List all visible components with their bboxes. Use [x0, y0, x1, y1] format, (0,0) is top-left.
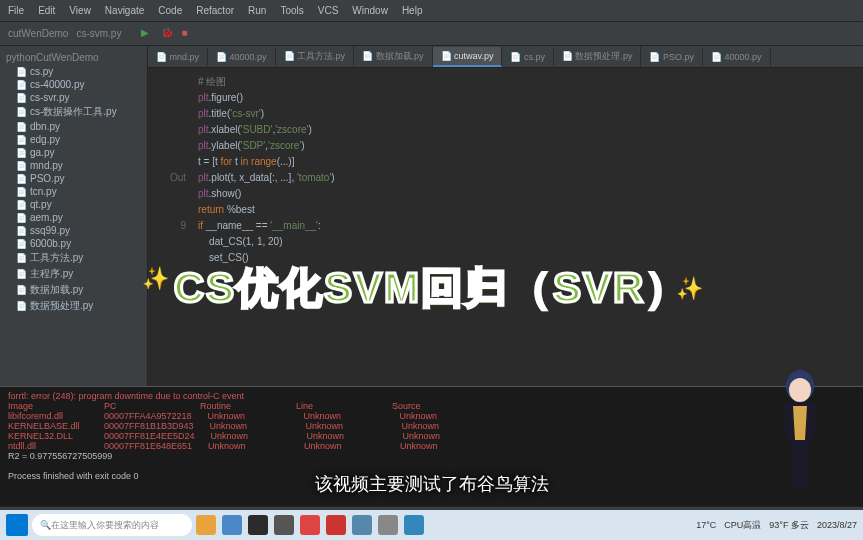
tray-cpu[interactable]: CPU高温 — [724, 519, 761, 532]
console-exit: Process finished with exit code 0 — [8, 471, 855, 481]
editor-tab[interactable]: 📄 cutwav.py — [433, 47, 503, 67]
code-line[interactable]: set_CS() — [148, 250, 863, 266]
project-file[interactable]: 6000b.py — [2, 237, 145, 250]
taskbar-app-3[interactable] — [248, 515, 268, 535]
menu-refactor[interactable]: Refactor — [196, 5, 234, 16]
editor-tab[interactable]: 📄 数据加载.py — [354, 46, 433, 67]
project-file[interactable]: PSO.py — [2, 172, 145, 185]
stop-icon[interactable]: ■ — [181, 27, 195, 41]
search-icon: 🔍 — [40, 520, 51, 530]
editor-tab[interactable]: 📄 mnd.py — [148, 48, 208, 66]
taskbar-app-8[interactable] — [378, 515, 398, 535]
code-line[interactable]: plt.figure() — [148, 90, 863, 106]
code-line[interactable]: return %best — [148, 202, 863, 218]
menu-vcs[interactable]: VCS — [318, 5, 339, 16]
code-line[interactable]: plt.ylabel('SDP','zscore') — [148, 138, 863, 154]
editor-tab[interactable]: 📄 40000.py — [703, 48, 771, 66]
code-line[interactable]: t = [t for t in range(...)] — [148, 154, 863, 170]
project-file[interactable]: 主程序.py — [2, 266, 145, 282]
menu-tools[interactable]: Tools — [280, 5, 303, 16]
console-result: R2 = 0.977556727505999 — [8, 451, 855, 461]
editor-tab[interactable]: 📄 40000.py — [208, 48, 276, 66]
menu-window[interactable]: Window — [352, 5, 388, 16]
menu-navigate[interactable]: Navigate — [105, 5, 144, 16]
project-file[interactable]: qt.py — [2, 198, 145, 211]
project-file[interactable]: cs-40000.py — [2, 78, 145, 91]
taskbar-app-5[interactable] — [300, 515, 320, 535]
project-file[interactable]: aem.py — [2, 211, 145, 224]
editor-tab[interactable]: 📄 数据预处理.py — [554, 46, 642, 67]
taskbar-app-6[interactable] — [326, 515, 346, 535]
code-line[interactable]: plt.xlabel('SUBD','zscore') — [148, 122, 863, 138]
menu-view[interactable]: View — [69, 5, 91, 16]
menu-edit[interactable]: Edit — [38, 5, 55, 16]
tray-temp[interactable]: 93°F 多云 — [769, 519, 809, 532]
console-row: ntdll.dll00007FF81E648E651UnknownUnknown… — [8, 441, 855, 451]
taskbar-app-7[interactable] — [352, 515, 372, 535]
project-file[interactable]: 数据加载.py — [2, 282, 145, 298]
code-line[interactable]: 9if __name__ == '__main__': — [148, 218, 863, 234]
project-file[interactable]: mnd.py — [2, 159, 145, 172]
project-sidebar[interactable]: pythonCutWenDemo cs.pycs-40000.pycs-svr.… — [0, 46, 148, 386]
editor-tab[interactable]: 📄 cs.py — [502, 48, 554, 66]
project-root[interactable]: pythonCutWenDemo — [2, 50, 145, 65]
search-placeholder: 在这里输入你要搜索的内容 — [51, 519, 159, 532]
editor-tab[interactable]: 📄 工具方法.py — [276, 46, 355, 67]
start-button[interactable] — [6, 514, 28, 536]
taskbar-app-1[interactable] — [196, 515, 216, 535]
code-line[interactable]: plt.show() — [148, 186, 863, 202]
project-file[interactable]: cs-svr.py — [2, 91, 145, 104]
project-file[interactable]: 数据预处理.py — [2, 298, 145, 314]
code-line[interactable]: plt.title('cs-svr') — [148, 106, 863, 122]
run-icon[interactable]: ▶ — [141, 27, 155, 41]
code-line[interactable]: # 绘图 — [148, 74, 863, 90]
menu-code[interactable]: Code — [158, 5, 182, 16]
code-line[interactable]: dat_CS(1, 1, 20) — [148, 234, 863, 250]
console-header-row: ImagePCRoutineLineSource — [8, 401, 855, 411]
windows-taskbar: 🔍 在这里输入你要搜索的内容 17°C CPU高温 93°F 多云 2023/8… — [0, 510, 863, 540]
taskbar-search[interactable]: 🔍 在这里输入你要搜索的内容 — [32, 514, 192, 536]
project-file[interactable]: 工具方法.py — [2, 250, 145, 266]
project-file[interactable]: ssq99.py — [2, 224, 145, 237]
project-file[interactable]: cs-数据操作工具.py — [2, 104, 145, 120]
breadcrumb: cutWenDemo — [8, 28, 68, 39]
project-file[interactable]: ga.py — [2, 146, 145, 159]
project-file[interactable]: cs.py — [2, 65, 145, 78]
toolbar: cutWenDemo cs-svm.py ▶ 🐞 ■ — [0, 22, 863, 46]
project-file[interactable]: edg.py — [2, 133, 145, 146]
editor-tab[interactable]: 📄 PSO.py — [641, 48, 703, 66]
console-error: forrtl: error (248): program downtime du… — [8, 391, 855, 401]
code-editor[interactable]: # 绘图plt.figure()plt.title('cs-svr')plt.x… — [148, 68, 863, 386]
taskbar-app-4[interactable] — [274, 515, 294, 535]
debug-icon[interactable]: 🐞 — [161, 27, 175, 41]
console-row: libifcoremd.dll00007FFA4A9572218UnknownU… — [8, 411, 855, 421]
menu-help[interactable]: Help — [402, 5, 423, 16]
editor-tabs: 📄 mnd.py📄 40000.py📄 工具方法.py📄 数据加载.py📄 cu… — [148, 46, 863, 68]
menu-bar: File Edit View Navigate Code Refactor Ru… — [0, 0, 863, 22]
project-file[interactable]: tcn.py — [2, 185, 145, 198]
menu-file[interactable]: File — [8, 5, 24, 16]
console-row: KERNELBASE.dll00007FF81B1B3D943UnknownUn… — [8, 421, 855, 431]
run-console[interactable]: forrtl: error (248): program downtime du… — [0, 386, 863, 506]
taskbar-app-2[interactable] — [222, 515, 242, 535]
breadcrumb-file: cs-svm.py — [76, 28, 121, 39]
console-row: KERNEL32.DLL00007FF81E4EE5D24UnknownUnkn… — [8, 431, 855, 441]
tray-weather[interactable]: 17°C — [696, 520, 716, 530]
taskbar-app-9[interactable] — [404, 515, 424, 535]
code-line[interactable]: Outplt.plot(t, x_data[:, ...], 'tomato') — [148, 170, 863, 186]
menu-run[interactable]: Run — [248, 5, 266, 16]
project-file[interactable]: dbn.py — [2, 120, 145, 133]
tray-date[interactable]: 2023/8/27 — [817, 520, 857, 530]
